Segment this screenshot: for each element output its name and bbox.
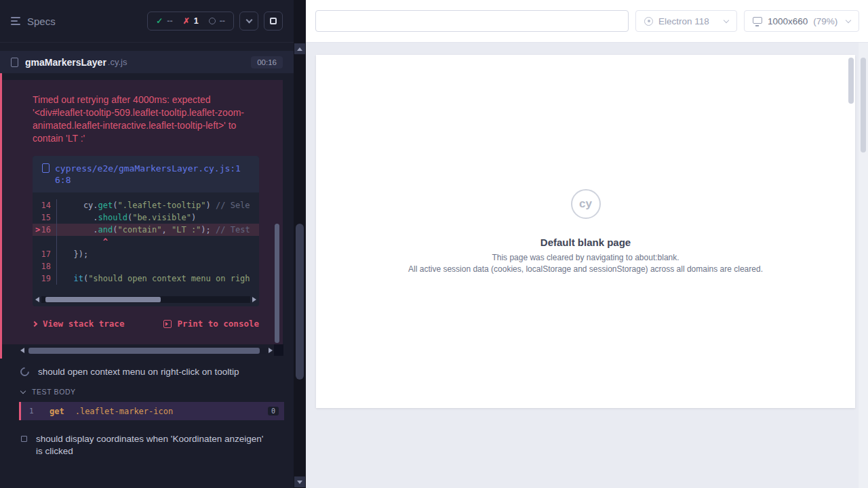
- stat-passed: ✓ --: [156, 16, 172, 26]
- aut-iframe: cy Default blank page This page was clea…: [316, 55, 855, 408]
- spec-file-icon: [11, 58, 18, 67]
- scrollbar-corner: [274, 344, 283, 356]
- stat-failed: ✗ 1: [183, 16, 199, 26]
- code-frame-file-path: cypress/e2e/gmaMarkersLayer.cy.js:16:8: [55, 163, 250, 186]
- stage-scrollbar-thumb[interactable]: [861, 58, 866, 152]
- sidebar-scrollbar[interactable]: [294, 0, 306, 488]
- check-icon: ✓: [156, 16, 163, 26]
- cypress-logo-text: cy: [579, 197, 592, 211]
- chevron-right-icon: [32, 321, 37, 326]
- code-line: 15 .should("be.visible"): [33, 211, 259, 224]
- test-body-label: TEST BODY: [32, 388, 76, 396]
- chevron-down-icon: [846, 17, 851, 22]
- spec-duration-badge: 00:16: [251, 56, 283, 68]
- code-line: 14 cy.get(".leaflet-tooltip") // Sele: [33, 199, 259, 211]
- blank-page: cy Default blank page This page was clea…: [316, 189, 855, 274]
- browser-label: Electron 118: [658, 16, 709, 26]
- scroll-up-button[interactable]: [294, 43, 305, 54]
- line-number: 14: [33, 199, 57, 211]
- test-title: should open context menu on right-click …: [38, 367, 239, 377]
- scroll-thumb[interactable]: [28, 348, 260, 354]
- blank-page-line1: This page was cleared by navigating to a…: [316, 253, 855, 262]
- stop-run-button[interactable]: [264, 12, 283, 30]
- scroll-down-button[interactable]: [294, 476, 305, 487]
- code-horizontal-scrollbar[interactable]: [35, 296, 256, 304]
- error-actions: View stack trace Print to console: [33, 319, 259, 329]
- test-item-running[interactable]: should open context menu on right-click …: [0, 367, 280, 377]
- test-body-toggle[interactable]: TEST BODY: [0, 388, 76, 396]
- scroll-track[interactable]: [27, 348, 266, 354]
- reporter-header: Specs ✓ -- ✗ 1 --: [0, 0, 294, 43]
- document-icon: [42, 163, 50, 173]
- arrow-up-icon: [297, 45, 302, 51]
- passed-count: --: [167, 16, 172, 26]
- command-number: 1: [21, 407, 39, 415]
- error-panel: Timed out retrying after 4000ms: expecte…: [2, 80, 283, 344]
- failed-count: 1: [194, 16, 199, 26]
- line-number-empty: [33, 236, 57, 248]
- aut-toolbar: Electron 118 1000x660 (79%): [306, 0, 868, 43]
- view-stack-trace-link[interactable]: View stack trace: [33, 319, 124, 329]
- scroll-track[interactable]: [41, 296, 250, 303]
- running-spinner-icon: [18, 365, 31, 378]
- specs-title: Specs: [27, 16, 56, 27]
- print-to-console-button[interactable]: Print to console: [163, 319, 259, 329]
- electron-browser-icon: [644, 17, 653, 26]
- app-preview-area: Electron 118 1000x660 (79%) cy Default b…: [306, 0, 868, 488]
- line-content: cy.get(".leaflet-tooltip") // Sele: [57, 199, 250, 211]
- viewport-size: 1000x660: [768, 16, 808, 26]
- scroll-left-arrow-icon[interactable]: [35, 297, 39, 302]
- scroll-right-arrow-icon[interactable]: [252, 297, 256, 302]
- iframe-scrollbar-thumb[interactable]: [848, 58, 854, 104]
- spec-stats[interactable]: ✓ -- ✗ 1 --: [147, 12, 234, 30]
- error-horizontal-scrollbar[interactable]: [20, 345, 273, 356]
- stop-icon: [270, 18, 277, 24]
- chevron-down-icon: [245, 17, 252, 24]
- cypress-logo: cy: [571, 189, 601, 219]
- scroll-thumb[interactable]: [296, 224, 304, 380]
- viewport-zoom: (79%): [813, 16, 837, 26]
- browser-select[interactable]: Electron 118: [635, 10, 737, 32]
- scroll-left-arrow-icon[interactable]: [20, 348, 24, 353]
- x-icon: ✗: [183, 16, 190, 26]
- monitor-icon: [753, 17, 762, 24]
- test-item-pending[interactable]: should display coordinates when 'Koordin…: [0, 433, 270, 458]
- test-title: should display coordinates when 'Koordin…: [36, 433, 270, 458]
- chevron-down-icon: [20, 388, 26, 393]
- reporter-sidebar: Specs ✓ -- ✗ 1 --: [0, 0, 294, 488]
- spec-row[interactable]: gmaMarkersLayer .cy.js 00:16: [0, 51, 294, 73]
- header-controls: ✓ -- ✗ 1 --: [147, 12, 283, 30]
- scroll-thumb[interactable]: [45, 297, 160, 302]
- chevron-down-icon: [724, 17, 729, 22]
- blank-page-line2: All active session data (cookies, localS…: [316, 264, 855, 274]
- command-log-row[interactable]: 1 get .leaflet-marker-icon 0: [19, 402, 284, 420]
- error-vertical-scrollbar[interactable]: [275, 224, 279, 343]
- pending-square-icon: [21, 436, 27, 442]
- collapse-all-button[interactable]: [239, 12, 258, 30]
- specs-menu-button[interactable]: Specs: [11, 15, 56, 27]
- code-lines: 14 cy.get(".leaflet-tooltip") // Sele 15…: [33, 199, 259, 285]
- line-content: .and("contain", "LT :"); // Test: [57, 224, 250, 236]
- scroll-right-arrow-icon[interactable]: [269, 348, 273, 353]
- line-content: it("should open context menu on righ: [57, 272, 250, 285]
- code-line: 18: [33, 260, 259, 272]
- line-content: [57, 260, 64, 272]
- code-caret-line: ^: [33, 236, 259, 248]
- code-frame-file-link[interactable]: cypress/e2e/gmaMarkersLayer.cy.js:16:8: [33, 156, 259, 192]
- url-input[interactable]: [315, 10, 629, 32]
- command-target: .leaflet-marker-icon: [75, 407, 174, 416]
- command-method: get: [50, 407, 64, 416]
- stat-pending: --: [209, 16, 225, 26]
- code-line: 19 it("should open context menu on righ: [33, 272, 259, 285]
- blank-page-title: Default blank page: [316, 237, 855, 248]
- code-frame: cypress/e2e/gmaMarkersLayer.cy.js:16:8 1…: [33, 156, 259, 306]
- spec-name: gmaMarkersLayer: [25, 57, 106, 68]
- aut-stage: cy Default blank page This page was clea…: [306, 43, 868, 488]
- command-count-badge: 0: [268, 407, 279, 415]
- code-line: 17 });: [33, 248, 259, 260]
- viewport-select[interactable]: 1000x660 (79%): [744, 10, 859, 32]
- error-line-marker: >: [35, 224, 40, 236]
- arrow-down-icon: [297, 481, 302, 487]
- caret-pointer: ^: [57, 236, 108, 248]
- console-icon: [163, 320, 172, 328]
